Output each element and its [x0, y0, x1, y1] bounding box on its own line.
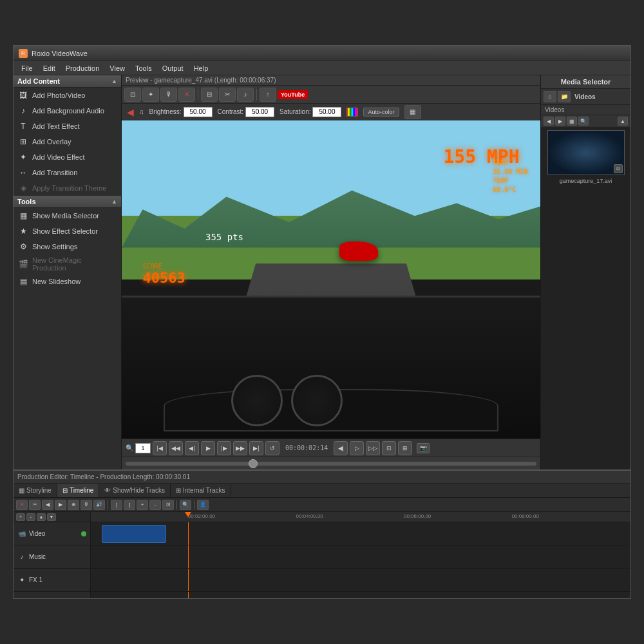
menu-tools[interactable]: Tools [130, 63, 157, 73]
wand-btn[interactable]: ✦ [142, 88, 159, 102]
vol-btn2[interactable]: ▷ [350, 441, 364, 455]
fullscreen-btn[interactable]: ⊡ [382, 441, 396, 455]
tab-storyline[interactable]: ▦ Storyline [14, 484, 57, 497]
tab-internal-tracks[interactable]: ⊞ Internal Tracks [171, 484, 231, 497]
go-end-btn[interactable]: ▶| [249, 441, 263, 455]
tl-person-btn[interactable]: 👤 [197, 500, 209, 510]
media-folder-btn[interactable]: 📁 [558, 91, 571, 102]
loop-btn[interactable]: ↺ [265, 441, 279, 455]
tl-zoomout-btn[interactable]: - [149, 500, 161, 510]
color-settings-btn[interactable]: ▦ [404, 105, 421, 119]
menu-bar: File Edit Production View Tools Output H… [14, 61, 630, 75]
tl-fit-btn[interactable]: ⊡ [162, 500, 174, 510]
collapse-arrow[interactable]: ▲ [111, 78, 117, 84]
expand-icon[interactable]: ⊡ [614, 164, 623, 173]
vol-btn[interactable]: ◀| [334, 441, 348, 455]
add-overlay-item[interactable]: ⊞ Add Overlay [14, 134, 121, 149]
menu-output[interactable]: Output [157, 63, 189, 73]
playhead-ovl [188, 592, 189, 598]
tl-vol-btn[interactable]: 🔊 [93, 500, 105, 510]
media-thumbnail[interactable]: ⊡ [547, 130, 625, 175]
show-media-selector-item[interactable]: ▦ Show Media Selector [14, 208, 121, 223]
hud-score: SCORE 40563 [143, 263, 185, 286]
color-swatch[interactable] [346, 108, 358, 117]
video-clip-1[interactable] [102, 525, 167, 543]
track-labels: + - ▲ ▼ 📹 Video ♪ Music [14, 512, 91, 598]
new-slideshow-item[interactable]: ▤ New Slideshow [14, 274, 121, 289]
ext-monitor-btn[interactable]: ⊞ [398, 441, 412, 455]
tl-left-btn[interactable]: ◀ [42, 500, 53, 510]
ovl-track-area[interactable] [91, 592, 630, 598]
play-btn[interactable]: ▶ [201, 441, 215, 455]
media-scroll-up-btn[interactable]: ▲ [618, 117, 628, 126]
tl-zoomin-btn[interactable]: + [137, 500, 148, 510]
text-icon: T [17, 120, 29, 132]
tl-merge-btn[interactable]: ⊕ [68, 500, 79, 510]
media-fwd-btn[interactable]: ▶ [555, 117, 565, 126]
show-effect-selector-item[interactable]: ★ Show Effect Selector [14, 223, 121, 239]
tl-right-btn[interactable]: ▶ [55, 500, 66, 510]
zoom-input[interactable] [135, 443, 151, 453]
step-back-btn[interactable]: ◀| [185, 441, 199, 455]
saturation-input[interactable] [312, 107, 341, 117]
brightness-input[interactable] [184, 107, 213, 117]
share-btn[interactable]: ↑ [260, 88, 276, 102]
menu-view[interactable]: View [104, 63, 130, 73]
tl-mic-btn[interactable]: 🎙 [80, 500, 92, 510]
cinemagic-icon: 🎬 [17, 258, 29, 270]
media-back-btn[interactable]: ◀ [544, 117, 554, 126]
add-background-audio-item[interactable]: ♪ Add Background Audio [14, 103, 121, 118]
vol-btn3[interactable]: ▷▷ [366, 441, 380, 455]
tl-del-btn[interactable]: - [26, 513, 35, 521]
contrast-field: Contrast: [218, 107, 275, 117]
music-track-area[interactable] [91, 545, 630, 569]
trim-btn[interactable]: ✂ [219, 88, 236, 102]
layout-btn[interactable]: ⊟ [201, 88, 218, 102]
media-thumb-content [548, 131, 624, 175]
add-transition-item[interactable]: ↔ Add Transition [14, 165, 121, 180]
menu-help[interactable]: Help [189, 63, 214, 73]
monitor-btn[interactable]: ⊡ [124, 88, 141, 102]
tl-dn-btn[interactable]: ▼ [47, 513, 56, 521]
media-home-btn[interactable]: ⌂ [544, 91, 556, 102]
snapshot-btn[interactable]: 📷 [417, 443, 430, 453]
left-panel: Add Content ▲ 🖼 Add Photo/Video ♪ Add Ba… [14, 75, 122, 469]
tl-search-btn[interactable]: 🔍 [180, 500, 191, 510]
scrubber-thumb[interactable] [249, 459, 258, 468]
tl-delete-btn[interactable]: ✕ [16, 500, 28, 510]
media-view-btn[interactable]: ▦ [567, 117, 577, 126]
menu-production[interactable]: Production [61, 63, 105, 73]
add-video-effect-item[interactable]: ✦ Add Video Effect [14, 149, 121, 165]
tab-show-hide[interactable]: 👁 Show/Hide Tracks [99, 484, 171, 497]
tools-collapse-arrow[interactable]: ▲ [111, 198, 117, 205]
step-fwd-btn[interactable]: |▶ [217, 441, 231, 455]
timeline-tracks[interactable]: 00:02:00.00 00:04:00.00 00:06:00.00 00:0… [91, 512, 630, 598]
youtube-btn[interactable]: YouTube [278, 90, 308, 99]
scrubber-track[interactable] [126, 462, 536, 466]
media-search-btn[interactable]: 🔍 [578, 117, 589, 126]
contrast-input[interactable] [245, 107, 274, 117]
add-photo-video-item[interactable]: 🖼 Add Photo/Video [14, 88, 121, 103]
audio-wave-icon: ♫ [139, 108, 144, 115]
tab-timeline[interactable]: ⊟ Timeline [57, 484, 99, 497]
fx-track-area[interactable] [91, 569, 630, 592]
tl-up-btn[interactable]: ▲ [37, 513, 46, 521]
video-track-area[interactable] [91, 522, 630, 545]
fast-fwd-btn[interactable]: ▶▶ [233, 441, 247, 455]
track-label-ovl: ⊞ Ovl 1 [14, 592, 90, 598]
tl-out-btn[interactable]: ] [124, 500, 135, 510]
tl-cut-btn[interactable]: ✂ [29, 500, 41, 510]
menu-file[interactable]: File [16, 63, 38, 73]
show-settings-item[interactable]: ⚙ Show Settings [14, 239, 121, 254]
rewind-btn[interactable]: ◀◀ [169, 441, 183, 455]
go-start-btn[interactable]: |◀ [153, 441, 167, 455]
menu-edit[interactable]: Edit [38, 63, 61, 73]
track-label-music: ♪ Music [14, 545, 90, 569]
music-btn[interactable]: ♪ [237, 88, 254, 102]
auto-color-btn[interactable]: Auto-color [363, 108, 399, 117]
mic-btn[interactable]: 🎙 [160, 88, 177, 102]
tl-in-btn[interactable]: [ [111, 500, 122, 510]
stop-btn[interactable]: ✕ [178, 88, 195, 102]
tl-add-btn[interactable]: + [16, 513, 25, 521]
add-text-effect-item[interactable]: T Add Text Effect [14, 118, 121, 134]
